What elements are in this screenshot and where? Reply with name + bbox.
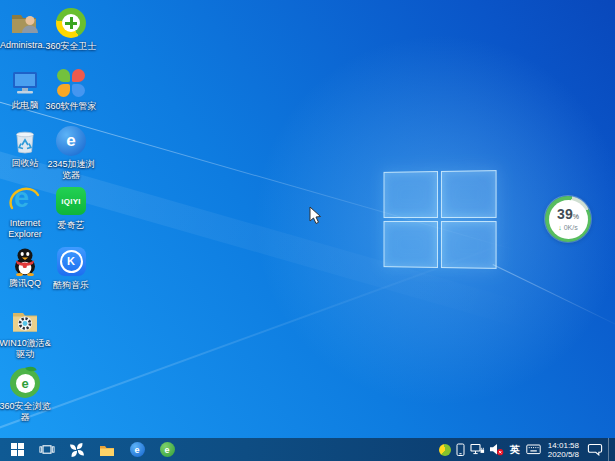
desktop-icon-kugou[interactable]: K 酷狗音乐 <box>48 245 94 291</box>
clock-time: 14:01:58 <box>548 441 579 450</box>
icon-label: 360安全浏览 器 <box>0 401 56 423</box>
windows-logo-pane <box>384 171 438 218</box>
desktop-icon-win10-activation[interactable]: WIN10激活& 驱动 <box>2 305 48 360</box>
360-pinwheel-button[interactable] <box>63 438 91 461</box>
task-view-icon <box>39 443 55 456</box>
start-button[interactable] <box>3 438 31 461</box>
desktop-icon-internet-explorer[interactable]: e Internet Explorer <box>2 185 48 240</box>
ime-indicator[interactable]: 英 <box>508 438 522 461</box>
ie-icon: e <box>9 185 41 217</box>
desktop-icon-iqiyi[interactable]: iQIYI 爱奇艺 <box>48 185 94 231</box>
windows-logo <box>384 170 497 269</box>
iqiyi-logo-text: iQIYI <box>61 197 81 206</box>
icon-label: 爱奇艺 <box>40 220 102 231</box>
desktop: Administra... 360安全卫士 此电脑 360软件管家 <box>0 0 615 461</box>
action-center-button[interactable] <box>585 438 605 461</box>
360-tray-icon <box>439 444 451 456</box>
volume-muted-icon <box>489 443 504 456</box>
blue-e-icon: e <box>130 442 145 457</box>
action-center-icon <box>587 443 603 456</box>
taskbar: e e <box>0 438 615 461</box>
show-desktop-button[interactable] <box>608 438 613 461</box>
keyboard-icon <box>526 444 541 455</box>
icon-label: 360安全卫士 <box>40 41 102 52</box>
2345-browser-taskbar-button[interactable]: e <box>123 438 151 461</box>
network-tray-button[interactable] <box>470 438 486 461</box>
petals-icon <box>55 68 87 100</box>
icon-label: WIN10激活& 驱动 <box>0 338 56 360</box>
360-safety-icon <box>55 8 87 40</box>
network-icon <box>470 443 485 456</box>
network-speed: ↓ 0K/s <box>558 224 577 232</box>
system-tray: 英 14:01:58 2020/5/8 <box>438 438 615 461</box>
desktop-icon-360-safety[interactable]: 360安全卫士 <box>48 7 94 52</box>
blue-e-browser-icon: e <box>55 126 87 158</box>
desktop-icon-2345-browser[interactable]: e 2345加速浏 览器 <box>48 125 94 181</box>
taskbar-clock[interactable]: 14:01:58 2020/5/8 <box>545 441 582 459</box>
icon-label: 360软件管家 <box>40 101 102 112</box>
speed-ball-widget[interactable]: 39% ↓ 0K/s <box>545 196 591 242</box>
folder-icon <box>99 443 115 457</box>
browser-letter: e <box>21 376 28 391</box>
browser-letter: e <box>66 131 75 151</box>
green-e-icon: e <box>160 442 175 457</box>
user-folder-icon <box>9 7 41 39</box>
light-beam <box>493 264 615 331</box>
clock-date: 2020/5/8 <box>548 450 579 459</box>
desktop-icon-360-software-manager[interactable]: 360软件管家 <box>48 67 94 112</box>
360-tray-button[interactable] <box>438 438 452 461</box>
tool-folder-icon <box>9 305 41 337</box>
iqiyi-icon: iQIYI <box>55 187 87 219</box>
kugou-letter: K <box>67 255 75 267</box>
windows-logo-pane <box>440 221 496 269</box>
kugou-icon: K <box>55 247 87 279</box>
usb-device-icon <box>456 443 465 457</box>
qq-penguin-icon <box>9 245 41 277</box>
green-e-browser-icon: e <box>9 368 41 400</box>
windows-start-icon <box>11 443 24 456</box>
recycle-bin-icon <box>9 125 41 157</box>
taskbar-left: e e <box>0 438 181 461</box>
360-browser-taskbar-button[interactable]: e <box>153 438 181 461</box>
touch-keyboard-button[interactable] <box>525 438 542 461</box>
mouse-cursor <box>309 206 322 229</box>
volume-tray-button[interactable] <box>489 438 505 461</box>
icon-label: 2345加速浏 览器 <box>40 159 102 181</box>
computer-icon <box>9 67 41 99</box>
usb-device-tray-button[interactable] <box>455 438 467 461</box>
file-explorer-button[interactable] <box>93 438 121 461</box>
desktop-icon-360-browser[interactable]: e 360安全浏览 器 <box>2 367 48 423</box>
task-view-button[interactable] <box>33 438 61 461</box>
windows-logo-pane <box>384 221 438 268</box>
icon-label: 酷狗音乐 <box>40 280 102 291</box>
windows-logo-pane <box>440 170 496 218</box>
pinwheel-icon <box>69 442 85 458</box>
memory-percent: 39% <box>557 207 579 224</box>
